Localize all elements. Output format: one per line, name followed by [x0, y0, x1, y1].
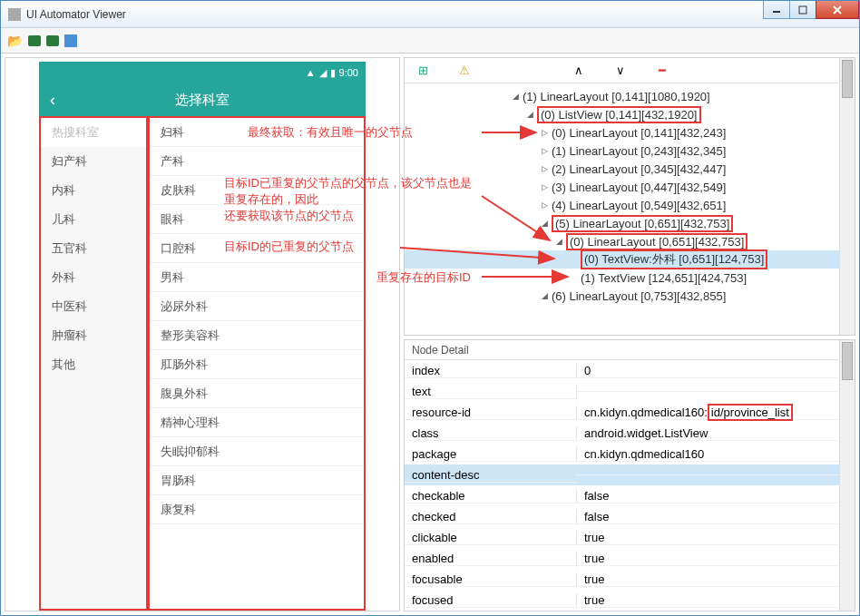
list-item[interactable]: 热搜科室	[41, 118, 146, 147]
vertical-scrollbar[interactable]	[839, 58, 855, 335]
minimize-button[interactable]	[763, 1, 790, 19]
list-item[interactable]: 皮肤科	[150, 176, 364, 205]
detail-key: focused	[405, 593, 577, 608]
list-item[interactable]: 眼科	[150, 205, 364, 234]
detail-value: 0	[577, 364, 839, 378]
tree-toolbar: ⊞ ⚠ ∧ ∨ ━	[405, 58, 839, 83]
detail-value	[577, 391, 839, 392]
device-screenshot-alt-icon[interactable]	[46, 35, 59, 46]
window-title: UI Automator Viewer	[26, 8, 126, 21]
tree-node[interactable]: (0) LinearLayout [0,141][432,243]	[552, 126, 726, 140]
maximize-button[interactable]	[789, 1, 816, 19]
signal-icon: ◢	[319, 67, 327, 79]
detail-key: enabled	[405, 552, 577, 566]
tree-node[interactable]: (2) LinearLayout [0,345][432,447]	[552, 162, 726, 176]
screenshot-pane: ▲ ◢ ▮ 9:00 ‹ 选择科室 热搜科室 妇产科 内科 儿科 五官科	[5, 57, 400, 611]
tree-node[interactable]: (6) LinearLayout [0,753][432,855]	[552, 289, 726, 303]
tree-node[interactable]: (1) TextView [124,651][424,753]	[581, 271, 747, 285]
detail-value: true	[577, 593, 839, 608]
tree-node[interactable]: (1) LinearLayout [0,243][432,345]	[552, 144, 726, 158]
detail-value: true	[577, 531, 839, 545]
app-icon	[8, 8, 21, 21]
tree-node[interactable]: (4) LinearLayout [0,549][432,651]	[552, 199, 726, 212]
tree-node[interactable]: (3) LinearLayout [0,447][432,549]	[552, 181, 726, 194]
detail-key: index	[405, 364, 577, 378]
wifi-icon: ▲	[306, 67, 316, 78]
delete-icon[interactable]: ━	[655, 64, 669, 78]
detail-value: false	[577, 510, 839, 524]
department-left-list[interactable]: 热搜科室 妇产科 内科 儿科 五官科 外科 中医科 肿瘤科 其他	[39, 116, 148, 611]
resource-id-highlight: id/province_list	[708, 404, 793, 421]
detail-key: text	[405, 385, 577, 399]
list-item[interactable]: 精神心理科	[150, 408, 364, 437]
detail-key: package	[405, 447, 577, 462]
list-item[interactable]: 胃肠科	[150, 466, 364, 495]
detail-key: focusable	[405, 572, 577, 587]
tree-node-ll5[interactable]: (5) LinearLayout [0,651][432,753]	[552, 215, 733, 232]
detail-value: cn.kidyn.qdmedical160	[577, 447, 839, 462]
battery-icon: ▮	[330, 67, 336, 79]
list-item[interactable]: 妇产科	[41, 147, 146, 176]
appbar-title: 选择科室	[175, 92, 230, 109]
list-item[interactable]: 口腔科	[150, 234, 364, 263]
detail-value: cn.kidyn.qdmedical160:id/province_list	[577, 406, 839, 420]
detail-key: class	[405, 426, 577, 441]
list-item[interactable]: 康复科	[150, 495, 364, 524]
device-screenshot-icon[interactable]	[28, 35, 41, 46]
hierarchy-pane: ⊞ ⚠ ∧ ∨ ━ ◢(1) LinearLayout [0,141][1080…	[404, 57, 855, 336]
list-item[interactable]: 肿瘤科	[41, 321, 146, 350]
list-item[interactable]: 内科	[41, 176, 146, 205]
back-icon[interactable]: ‹	[50, 91, 55, 110]
close-button[interactable]	[816, 1, 859, 19]
list-item[interactable]: 妇科	[150, 118, 364, 147]
node-detail-pane: Node Detail index0 text resource-idcn.ki…	[404, 339, 855, 611]
phone-statusbar: ▲ ◢ ▮ 9:00	[39, 62, 366, 83]
tree-node-textview-target[interactable]: (0) TextView:外科 [0,651][124,753]	[581, 249, 767, 269]
svg-rect-1	[799, 6, 806, 14]
list-item[interactable]: 肛肠外科	[150, 350, 364, 379]
list-item[interactable]: 五官科	[41, 234, 146, 263]
tree-node-ll0[interactable]: (0) LinearLayout [0,651][432,753]	[566, 233, 748, 250]
up-icon[interactable]: ∧	[572, 64, 586, 78]
list-item[interactable]: 中医科	[41, 292, 146, 321]
list-item[interactable]: 整形美容科	[150, 321, 364, 350]
list-item[interactable]: 产科	[150, 147, 364, 176]
department-right-list[interactable]: 妇科 产科 皮肤科 眼科 口腔科 男科 泌尿外科 整形美容科 肛肠外科 腹臭外科…	[148, 116, 366, 611]
detail-key: checkable	[405, 489, 577, 504]
list-item[interactable]: 男科	[150, 263, 364, 292]
detail-value: false	[577, 489, 839, 504]
hierarchy-tree[interactable]: ◢(1) LinearLayout [0,141][1080,1920] ◢(0…	[405, 83, 839, 335]
detail-key: content-desc	[405, 468, 577, 483]
list-item[interactable]: 其他	[41, 350, 146, 379]
main-toolbar: 📂	[1, 28, 859, 54]
tree-node-listview[interactable]: (0) ListView [0,141][432,1920]	[537, 106, 701, 123]
tree-node[interactable]: (1) LinearLayout [0,141][1080,1920]	[523, 90, 710, 103]
list-item[interactable]: 外科	[41, 263, 146, 292]
save-icon[interactable]	[64, 34, 77, 47]
vertical-scrollbar[interactable]	[839, 340, 855, 611]
detail-key: checked	[405, 510, 577, 524]
down-icon[interactable]: ∨	[613, 64, 628, 78]
detail-value: android.widget.ListView	[577, 426, 839, 441]
open-folder-icon[interactable]: 📂	[6, 33, 23, 49]
detail-value: true	[577, 552, 839, 566]
detail-value: true	[577, 572, 839, 587]
list-item[interactable]: 泌尿外科	[150, 292, 364, 321]
detail-key: clickable	[405, 531, 577, 545]
expand-all-icon[interactable]: ⊞	[415, 64, 430, 78]
list-item[interactable]: 儿科	[41, 205, 146, 234]
detail-value	[577, 474, 839, 475]
list-item[interactable]: 失眠抑郁科	[150, 437, 364, 466]
warning-icon[interactable]: ⚠	[457, 64, 472, 78]
phone-appbar: ‹ 选择科室	[39, 83, 366, 116]
status-time: 9:00	[339, 67, 358, 78]
node-detail-title: Node Detail	[405, 340, 839, 360]
list-item[interactable]: 腹臭外科	[150, 379, 364, 408]
detail-key: resource-id	[405, 406, 577, 420]
titlebar: UI Automator Viewer	[1, 1, 859, 28]
node-detail-table[interactable]: index0 text resource-idcn.kidyn.qdmedica…	[405, 360, 839, 611]
